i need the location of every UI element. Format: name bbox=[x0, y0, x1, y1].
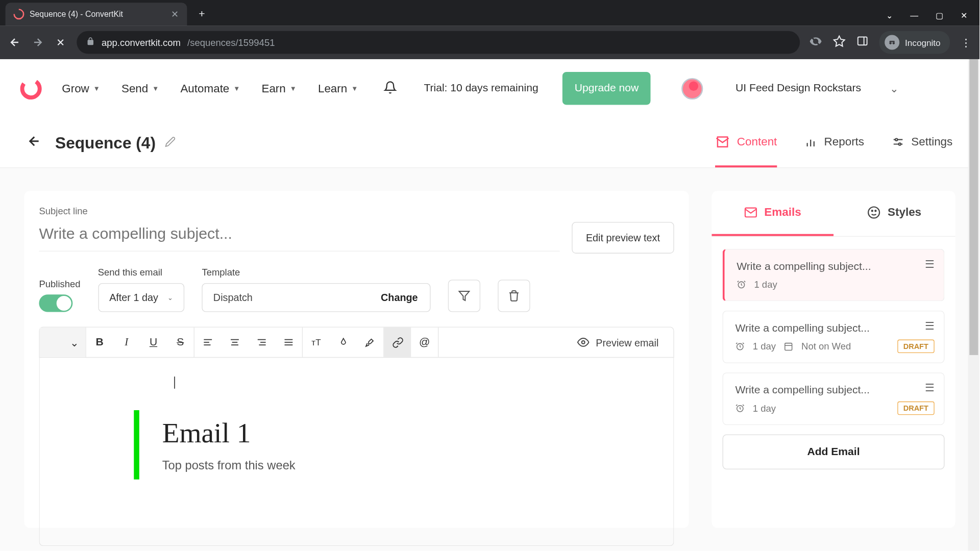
email-card[interactable]: Write a compelling subject... 1 day ☰ DR… bbox=[723, 372, 945, 425]
chevron-down-icon[interactable]: ⌄ bbox=[886, 11, 893, 20]
add-email-button[interactable]: Add Email bbox=[723, 434, 945, 469]
link-button[interactable] bbox=[384, 328, 411, 357]
card-menu-icon[interactable]: ☰ bbox=[925, 319, 934, 332]
svg-point-4 bbox=[893, 42, 895, 44]
text-cursor bbox=[174, 377, 175, 389]
sidebar-tab-styles[interactable]: Styles bbox=[834, 191, 955, 236]
url-host: app.convertkit.com bbox=[102, 37, 181, 47]
draft-badge: DRAFT bbox=[897, 340, 935, 353]
edit-preview-button[interactable]: Edit preview text bbox=[572, 222, 674, 254]
svg-point-30 bbox=[875, 210, 876, 211]
send-delay-select[interactable]: After 1 day ⌄ bbox=[98, 283, 184, 312]
address-bar: app.convertkit.com/sequences/1599451 Inc… bbox=[0, 26, 979, 59]
chevron-down-icon: ▼ bbox=[233, 85, 240, 92]
account-name[interactable]: UI Feed Design Rockstars bbox=[736, 81, 861, 96]
nav-grow[interactable]: Grow▼ bbox=[62, 82, 100, 95]
chevron-down-icon: ▼ bbox=[93, 85, 100, 92]
star-icon[interactable] bbox=[833, 35, 846, 50]
eye-off-icon[interactable] bbox=[810, 35, 822, 50]
align-center-button[interactable] bbox=[222, 328, 249, 357]
scrollbar[interactable] bbox=[968, 59, 979, 550]
scrollbar-thumb[interactable] bbox=[969, 59, 978, 355]
panel-icon[interactable] bbox=[856, 35, 869, 50]
paragraph-style-select[interactable]: ⌄ bbox=[40, 328, 86, 357]
sidebar-tab-emails[interactable]: Emails bbox=[712, 191, 834, 236]
menu-icon[interactable]: ⋮ bbox=[961, 36, 971, 49]
back-button[interactable] bbox=[27, 134, 42, 153]
align-left-button[interactable] bbox=[194, 328, 222, 357]
maximize-icon[interactable]: ▢ bbox=[936, 11, 943, 20]
italic-button[interactable]: I bbox=[113, 328, 140, 357]
avatar[interactable] bbox=[682, 78, 703, 99]
card-menu-icon[interactable]: ☰ bbox=[925, 258, 934, 270]
editor-toolbar: ⌄ B I U S тT @ bbox=[39, 327, 674, 358]
browser-tab[interactable]: Sequence (4) - ConvertKit ✕ bbox=[6, 3, 187, 26]
underline-button[interactable]: U bbox=[140, 328, 167, 357]
tab-content[interactable]: Content bbox=[716, 118, 777, 167]
mention-button[interactable]: @ bbox=[411, 328, 438, 357]
tab-reports[interactable]: Reports bbox=[804, 118, 864, 167]
svg-point-5 bbox=[19, 77, 43, 101]
window-controls: ⌄ ― ▢ ✕ bbox=[886, 11, 979, 20]
sequence-title: Sequence (4) bbox=[55, 134, 156, 153]
filter-button[interactable] bbox=[448, 280, 480, 312]
tab-settings[interactable]: Settings bbox=[891, 118, 953, 167]
chevron-down-icon: ▼ bbox=[290, 85, 297, 92]
main-content: Subject line Edit preview text Published… bbox=[0, 168, 979, 551]
email-card[interactable]: Write a compelling subject... 1 day ☰ bbox=[723, 249, 945, 302]
editor-panel: Subject line Edit preview text Published… bbox=[24, 191, 689, 528]
upgrade-button[interactable]: Upgrade now bbox=[562, 72, 651, 105]
incognito-badge[interactable]: Incognito bbox=[879, 31, 950, 54]
align-justify-button[interactable] bbox=[275, 328, 302, 357]
bold-button[interactable]: B bbox=[86, 328, 113, 357]
svg-marker-13 bbox=[459, 291, 470, 300]
emails-list: Write a compelling subject... 1 day ☰ Wr… bbox=[712, 237, 955, 482]
svg-point-29 bbox=[872, 210, 873, 211]
nav-automate[interactable]: Automate▼ bbox=[180, 82, 240, 95]
editor-body[interactable]: Email 1 Top posts from this week bbox=[39, 358, 674, 546]
svg-point-26 bbox=[581, 341, 584, 344]
favicon-icon bbox=[11, 7, 27, 22]
sidebar-panel: Emails Styles Write a compelling subject… bbox=[712, 191, 955, 528]
email-card-delay: 1 day bbox=[754, 279, 777, 290]
lock-icon bbox=[86, 37, 95, 47]
svg-marker-0 bbox=[834, 36, 845, 46]
logo[interactable] bbox=[19, 77, 43, 101]
svg-point-12 bbox=[898, 143, 900, 145]
preview-email-button[interactable]: Preview email bbox=[562, 336, 673, 348]
forward-icon[interactable] bbox=[31, 36, 44, 49]
text-color-button[interactable] bbox=[330, 328, 357, 357]
text-size-button[interactable]: тT bbox=[303, 328, 330, 357]
close-window-icon[interactable]: ✕ bbox=[961, 11, 967, 20]
chevron-down-icon[interactable]: ⌄ bbox=[890, 82, 898, 95]
published-toggle[interactable] bbox=[39, 294, 72, 312]
svg-rect-33 bbox=[785, 343, 792, 350]
subject-input[interactable] bbox=[39, 224, 559, 252]
nav-send[interactable]: Send▼ bbox=[121, 82, 159, 95]
template-label: Template bbox=[202, 267, 430, 278]
change-template-button[interactable]: Change bbox=[369, 284, 430, 311]
card-menu-icon[interactable]: ☰ bbox=[925, 381, 934, 394]
tab-title: Sequence (4) - ConvertKit bbox=[30, 9, 165, 18]
nav-learn[interactable]: Learn▼ bbox=[318, 82, 358, 95]
address-input[interactable]: app.convertkit.com/sequences/1599451 bbox=[77, 31, 800, 54]
new-tab-button[interactable]: + bbox=[192, 5, 211, 23]
email-card[interactable]: Write a compelling subject... 1 day Not … bbox=[723, 311, 945, 363]
close-tab-icon[interactable]: ✕ bbox=[171, 9, 179, 19]
bell-icon[interactable] bbox=[383, 81, 397, 97]
trial-text: Trial: 10 days remaining bbox=[424, 81, 538, 96]
stop-icon[interactable] bbox=[54, 36, 67, 49]
published-label: Published bbox=[39, 279, 80, 289]
align-right-button[interactable] bbox=[248, 328, 275, 357]
email-card-extra: Not on Wed bbox=[801, 341, 851, 352]
delete-button[interactable] bbox=[498, 280, 530, 312]
edit-icon[interactable] bbox=[165, 136, 176, 149]
svg-rect-1 bbox=[858, 37, 867, 45]
email-card-title: Write a compelling subject... bbox=[737, 260, 932, 272]
highlight-button[interactable] bbox=[357, 328, 384, 357]
strikethrough-button[interactable]: S bbox=[167, 328, 194, 357]
minimize-icon[interactable]: ― bbox=[910, 11, 918, 20]
email-card-title: Write a compelling subject... bbox=[736, 322, 932, 334]
back-icon[interactable] bbox=[8, 36, 21, 49]
nav-earn[interactable]: Earn▼ bbox=[261, 82, 296, 95]
